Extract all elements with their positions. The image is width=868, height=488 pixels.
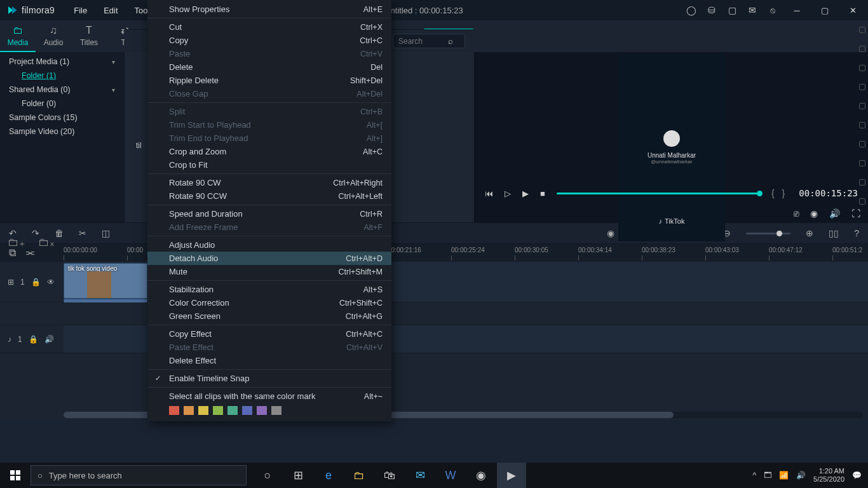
- wifi-icon[interactable]: 📶: [779, 471, 789, 480]
- tab-media[interactable]: 🗀Media: [0, 20, 36, 52]
- zoom-knob[interactable]: [776, 231, 782, 236]
- search-icon[interactable]: ⌕: [448, 36, 453, 46]
- context-show-properties[interactable]: Show PropertiesAlt+E: [147, 3, 391, 16]
- tab-titles[interactable]: TTitles: [71, 20, 107, 52]
- context-enable-timeline-snap[interactable]: ✓Enable Timeline Snap: [147, 372, 391, 385]
- visibility-icon[interactable]: 👁: [47, 278, 55, 287]
- marker-dot[interactable]: [859, 141, 865, 147]
- close-button[interactable]: ✕: [844, 1, 862, 19]
- sidebar-folder-1[interactable]: Folder (1): [0, 69, 124, 83]
- volume-icon[interactable]: 🔊: [829, 208, 840, 219]
- mute-icon[interactable]: 🔊: [44, 335, 54, 344]
- taskbar-search[interactable]: ○ Type here to search: [31, 465, 247, 485]
- context-select-all-clips-with-the-same-color-mark[interactable]: Select all clips with the same color mar…: [147, 390, 391, 403]
- context-copy-effect[interactable]: Copy EffectCtrl+Alt+C: [147, 327, 391, 341]
- quality-icon[interactable]: ⎚: [794, 208, 799, 219]
- marker-dot[interactable]: [859, 65, 865, 71]
- help-icon[interactable]: ?: [854, 228, 859, 238]
- menu-file[interactable]: File: [66, 2, 95, 19]
- crop-button[interactable]: ◫: [102, 228, 110, 238]
- context-crop-and-zoom[interactable]: Crop and ZoomAlt+C: [147, 145, 391, 158]
- search-box[interactable]: ⌕: [393, 34, 465, 48]
- marker-dot[interactable]: [859, 84, 865, 90]
- context-adjust-audio[interactable]: Adjust Audio: [147, 238, 391, 252]
- word-icon[interactable]: W: [436, 463, 465, 488]
- account-icon[interactable]: ◯: [686, 5, 696, 15]
- explorer-icon[interactable]: 🗀: [344, 463, 374, 488]
- mic-icon[interactable]: ⍉: [768, 5, 778, 15]
- sidebar-shared-media[interactable]: Shared Media (0)▾: [0, 83, 124, 97]
- context-ripple-delete[interactable]: Ripple DeleteShift+Del: [147, 74, 391, 87]
- cart-icon[interactable]: ⛁: [707, 5, 717, 15]
- context-rotate-90-ccw[interactable]: Rotate 90 CCWCtrl+Alt+Left: [147, 189, 391, 203]
- chrome-icon[interactable]: ◉: [466, 463, 496, 488]
- cortana-icon[interactable]: ○: [253, 463, 282, 488]
- marker-dot[interactable]: [859, 46, 865, 52]
- context-speed-and-duration[interactable]: Speed and DurationCtrl+R: [147, 207, 391, 220]
- marker-dot[interactable]: [859, 122, 865, 128]
- search-input[interactable]: [398, 37, 448, 46]
- context-detach-audio[interactable]: Detach AudioCtrl+Alt+D: [147, 252, 391, 265]
- scrub-bar[interactable]: [557, 193, 760, 194]
- zoom-fit-icon[interactable]: ⊕: [806, 228, 813, 238]
- new-folder-icon[interactable]: 🗀₊: [8, 235, 25, 249]
- context-cut[interactable]: CutCtrl+X: [147, 20, 391, 34]
- color-swatch[interactable]: [169, 406, 179, 415]
- message-icon[interactable]: ✉: [747, 5, 757, 15]
- video-clip[interactable]: tik tok song video: [64, 263, 147, 299]
- taskview-icon[interactable]: ⊞: [283, 463, 313, 488]
- context-mute[interactable]: MuteCtrl+Shift+M: [147, 265, 391, 278]
- marker-dot[interactable]: [859, 198, 865, 205]
- context-crop-to-fit[interactable]: Crop to Fit: [147, 158, 391, 172]
- play-button[interactable]: ▷: [505, 189, 511, 198]
- marker-dot[interactable]: [859, 27, 865, 33]
- lock-icon[interactable]: 🔒: [31, 278, 41, 287]
- scrub-knob[interactable]: [757, 191, 763, 196]
- color-swatch[interactable]: [242, 406, 252, 415]
- in-out-brackets[interactable]: { }: [771, 188, 787, 198]
- color-swatch[interactable]: [184, 406, 194, 415]
- render-icon[interactable]: ◉: [607, 228, 614, 238]
- mail-icon[interactable]: ✉: [405, 463, 435, 488]
- sidebar-folder-0[interactable]: Folder (0): [0, 97, 124, 111]
- context-delete-effect[interactable]: Delete Effect: [147, 354, 391, 367]
- lock-icon[interactable]: 🔒: [29, 335, 38, 344]
- tray-volume-icon[interactable]: 🔊: [796, 471, 806, 480]
- color-swatch[interactable]: [213, 406, 223, 415]
- sidebar-sample-colors[interactable]: Sample Colors (15): [0, 111, 124, 125]
- color-swatch[interactable]: [257, 406, 267, 415]
- tray-chevron-icon[interactable]: ^: [752, 471, 756, 480]
- color-swatch[interactable]: [227, 406, 238, 415]
- menu-edit[interactable]: Edit: [96, 2, 125, 19]
- delete-button[interactable]: 🗑: [55, 228, 64, 238]
- sidebar-sample-video[interactable]: Sample Video (20): [0, 125, 124, 139]
- context-color-correction[interactable]: Color CorrectionCtrl+Shift+C: [147, 296, 391, 309]
- start-button[interactable]: [0, 463, 31, 488]
- tab-audio[interactable]: ♫Audio: [36, 20, 71, 52]
- context-rotate-90-cw[interactable]: Rotate 90 CWCtrl+Alt+Right: [147, 176, 391, 189]
- play-all-button[interactable]: ▶: [522, 189, 529, 198]
- fullscreen-icon[interactable]: ⛶: [851, 208, 860, 219]
- battery-icon[interactable]: 🗔: [764, 471, 771, 480]
- stop-button[interactable]: ■: [540, 189, 545, 198]
- store-icon[interactable]: 🛍: [375, 463, 404, 488]
- snapshot-icon[interactable]: ◉: [810, 208, 818, 219]
- edge-icon[interactable]: e: [314, 463, 343, 488]
- color-swatch[interactable]: [198, 406, 208, 415]
- minimize-button[interactable]: ─: [788, 1, 806, 19]
- clock[interactable]: 1:20 AM 5/25/2020: [813, 467, 844, 484]
- sidebar-project-media[interactable]: Project Media (1)▾: [0, 55, 124, 69]
- context-copy[interactable]: CopyCtrl+C: [147, 34, 391, 47]
- color-swatch[interactable]: [271, 406, 281, 415]
- delete-folder-icon[interactable]: 🗀ₓ: [38, 235, 55, 249]
- context-green-screen[interactable]: Green ScreenCtrl+Alt+G: [147, 309, 391, 323]
- prev-frame-button[interactable]: ⏮: [485, 189, 493, 198]
- context-delete[interactable]: DeleteDel: [147, 60, 391, 74]
- split-button[interactable]: ✂: [79, 228, 86, 238]
- zoom-slider[interactable]: [746, 233, 790, 234]
- view-toggle-icon[interactable]: ▯▯: [829, 228, 839, 238]
- save-icon[interactable]: ▢: [727, 5, 737, 15]
- notifications-icon[interactable]: 💬: [852, 471, 862, 480]
- marker-dot[interactable]: [859, 160, 865, 166]
- context-stabilization[interactable]: StabilizationAlt+S: [147, 283, 391, 296]
